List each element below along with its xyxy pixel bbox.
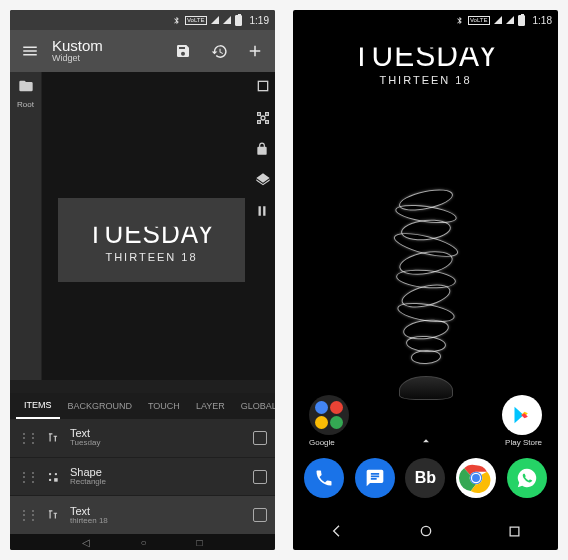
svg-point-2 <box>49 472 51 474</box>
item-value-label: Tuesday <box>70 439 245 448</box>
bulb-filament <box>391 186 461 376</box>
save-icon[interactable] <box>169 37 197 65</box>
add-icon[interactable] <box>241 37 269 65</box>
pause-tool-icon[interactable] <box>255 204 271 222</box>
item-value-label: thirteen 18 <box>70 517 245 526</box>
nav-back-icon[interactable] <box>329 523 345 543</box>
select-tool-icon[interactable] <box>255 78 271 98</box>
svg-rect-5 <box>54 478 58 482</box>
list-item[interactable]: ⋮⋮ Text Tuesday <box>10 419 275 458</box>
drag-handle-icon[interactable]: ⋮⋮ <box>18 431 36 445</box>
drag-handle-icon[interactable]: ⋮⋮ <box>18 508 36 522</box>
list-item[interactable]: ⋮⋮ Shape Rectangle <box>10 458 275 497</box>
layer-item-list: ⋮⋮ Text Tuesday ⋮⋮ Shape Rectangle ⋮⋮ Te… <box>10 419 275 534</box>
signal-icon-2 <box>506 16 514 24</box>
shape-type-icon <box>44 468 62 486</box>
preview-sub-text: THIRTEEN 18 <box>105 251 197 263</box>
svg-rect-0 <box>258 81 267 90</box>
volte-icon: VoLTE <box>185 16 207 25</box>
battery-icon <box>518 15 525 26</box>
text-type-icon <box>44 506 62 524</box>
root-rail[interactable]: Root <box>10 72 42 380</box>
item-value-label: Rectangle <box>70 478 245 487</box>
svg-rect-11 <box>510 527 519 536</box>
volte-icon: VoLTE <box>468 16 490 25</box>
status-clock: 1:19 <box>250 15 269 26</box>
google-folder-label: Google <box>309 438 335 447</box>
home-widget[interactable]: TUESDAY THIRTEEN 18 <box>293 38 558 86</box>
google-folder[interactable] <box>309 395 349 435</box>
item-checkbox[interactable] <box>253 508 267 522</box>
appbar-title-block: Kustom Widget <box>52 38 161 64</box>
text-type-icon <box>44 429 62 447</box>
widget-preview[interactable]: TUESDAY THIRTEEN 18 <box>58 198 245 282</box>
phone-home-screen: VoLTE 1:18 TUESDAY THIRTEEN 18 <box>293 10 558 550</box>
drag-handle-icon[interactable]: ⋮⋮ <box>18 470 36 484</box>
status-clock: 1:18 <box>533 15 552 26</box>
signal-icon <box>211 16 219 24</box>
tab-layer[interactable]: LAYER <box>188 393 233 419</box>
android-navbar <box>293 516 558 550</box>
play-store-app[interactable] <box>502 395 542 435</box>
item-checkbox[interactable] <box>253 431 267 445</box>
tab-items[interactable]: ITEMS <box>16 393 60 419</box>
tab-globals[interactable]: GLOBALS <box>233 393 275 419</box>
nav-back-icon[interactable]: ◁ <box>82 537 90 548</box>
wallpaper-bulb <box>351 140 501 400</box>
nav-home-icon[interactable]: ○ <box>140 537 146 548</box>
lock-tool-icon[interactable] <box>255 142 271 160</box>
whatsapp-app[interactable] <box>507 458 547 498</box>
layers-tool-icon[interactable] <box>255 172 271 192</box>
nav-home-icon[interactable] <box>418 523 434 543</box>
svg-point-10 <box>421 526 430 535</box>
menu-icon[interactable] <box>16 37 44 65</box>
folder-icon <box>18 78 34 98</box>
app-drawer-arrow-icon[interactable] <box>419 434 433 452</box>
editor-tabs: ITEMS BACKGROUND TOUCH LAYER GLOBALS <box>10 393 275 419</box>
crop-tool-icon[interactable] <box>255 110 271 130</box>
battery-icon <box>235 15 242 26</box>
svg-point-1 <box>261 116 265 120</box>
signal-icon <box>494 16 502 24</box>
item-checkbox[interactable] <box>253 470 267 484</box>
android-navbar: ◁ ○ □ <box>10 534 275 550</box>
svg-point-9 <box>472 474 480 482</box>
rail-root-label: Root <box>17 100 34 109</box>
bb-app[interactable]: Bb <box>405 458 445 498</box>
messages-app[interactable] <box>355 458 395 498</box>
appbar-title: Kustom <box>52 38 161 55</box>
app-bar: Kustom Widget <box>10 30 275 72</box>
phone-kustom-editor: VoLTE 1:19 Kustom Widget Root <box>10 10 275 550</box>
bluetooth-icon <box>455 15 464 26</box>
status-bar: VoLTE 1:19 <box>10 10 275 30</box>
nav-recent-icon[interactable]: □ <box>197 537 203 548</box>
signal-icon-2 <box>223 16 231 24</box>
nav-recent-icon[interactable] <box>507 524 522 543</box>
preview-day-text: TUESDAY <box>88 216 216 250</box>
history-icon[interactable] <box>205 37 233 65</box>
widget-day-text: TUESDAY <box>352 36 498 73</box>
status-bar: VoLTE 1:18 <box>293 10 558 30</box>
dock: Bb <box>293 458 558 498</box>
phone-app[interactable] <box>304 458 344 498</box>
item-type-label: Text <box>70 505 245 517</box>
home-shelf <box>293 395 558 435</box>
canvas-tools <box>255 78 271 222</box>
editor-canvas[interactable]: TUESDAY THIRTEEN 18 <box>42 72 275 380</box>
tab-touch[interactable]: TOUCH <box>140 393 188 419</box>
svg-point-4 <box>49 478 51 480</box>
chrome-app[interactable] <box>456 458 496 498</box>
tab-background[interactable]: BACKGROUND <box>60 393 141 419</box>
list-item[interactable]: ⋮⋮ Text thirteen 18 <box>10 496 275 534</box>
bluetooth-icon <box>172 15 181 26</box>
widget-sub-text: THIRTEEN 18 <box>379 74 471 86</box>
appbar-subtitle: Widget <box>52 54 161 64</box>
svg-point-3 <box>55 472 57 474</box>
play-store-label: Play Store <box>505 438 542 447</box>
